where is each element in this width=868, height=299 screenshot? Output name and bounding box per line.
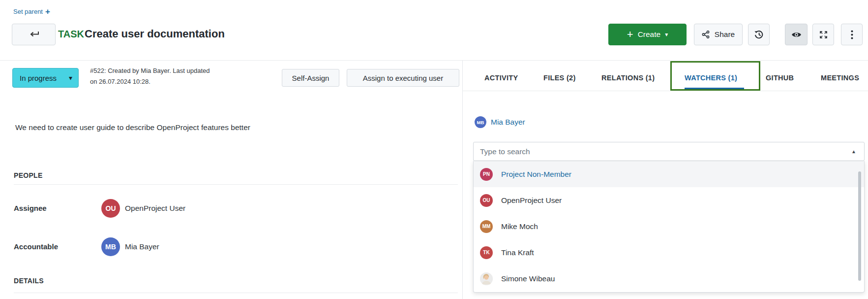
expand-icon	[819, 31, 828, 39]
people-section-divider	[14, 184, 458, 185]
fullscreen-button[interactable]	[812, 24, 834, 45]
dropdown-scrollbar[interactable]	[858, 171, 861, 281]
avatar: MB	[101, 237, 120, 256]
self-assign-label: Self-Assign	[292, 74, 329, 82]
chevron-up-icon[interactable]: ▲	[851, 149, 856, 154]
assignee-value[interactable]: OU OpenProject User	[101, 199, 185, 218]
suggestion-name: Simone Wibeau	[501, 274, 555, 283]
watcher-search-input[interactable]	[474, 142, 864, 161]
meta-line-1: #522: Created by Mia Bayer. Last updated	[90, 66, 210, 76]
details-section-divider	[14, 293, 458, 293]
watcher-list-item[interactable]: MB Mia Bayer	[475, 116, 525, 128]
work-package-type: TASK	[58, 29, 84, 40]
watch-button[interactable]	[785, 24, 808, 45]
work-package-page: Set parent + TASK Create user documentat…	[0, 0, 868, 299]
watcher-suggestion[interactable]: OU OpenProject User	[474, 187, 864, 213]
assignee-name: OpenProject User	[125, 204, 185, 213]
header-divider	[0, 60, 868, 61]
watcher-suggestion[interactable]: Simone Wibeau	[474, 266, 864, 292]
eye-icon	[791, 31, 802, 38]
share-button[interactable]: Share	[694, 24, 743, 45]
tab-meetings[interactable]: MEETINGS	[821, 74, 859, 82]
accountable-label: Accountable	[14, 242, 58, 251]
suggestion-name: Mike Moch	[501, 222, 538, 231]
create-button[interactable]: + Create ▾	[608, 24, 687, 45]
tab-activity[interactable]: ACTIVITY	[484, 74, 518, 82]
chevron-down-icon: ▾	[665, 32, 668, 37]
status-label: In progress	[20, 74, 57, 82]
self-assign-button[interactable]: Self-Assign	[282, 69, 339, 87]
status-dropdown[interactable]: In progress ▾	[12, 68, 79, 88]
assignee-label: Assignee	[14, 204, 47, 212]
tabs-divider	[462, 91, 868, 91]
watcher-search-box: ▲	[473, 142, 865, 161]
assign-to-executing-user-button[interactable]: Assign to executing user	[347, 69, 459, 87]
people-section-heading: PEOPLE	[14, 171, 43, 179]
chevron-down-icon: ▾	[69, 74, 72, 81]
meta-line-2: on 26.07.2024 10:28.	[90, 76, 210, 87]
accountable-name: Mia Bayer	[125, 242, 159, 251]
back-button[interactable]	[12, 24, 56, 45]
work-package-meta: #522: Created by Mia Bayer. Last updated…	[90, 66, 210, 87]
avatar: TK	[480, 246, 493, 259]
more-actions-button[interactable]	[841, 24, 863, 45]
avatar: OU	[480, 194, 493, 207]
set-parent-label: Set parent	[13, 8, 43, 15]
details-section-heading: DETAILS	[14, 277, 44, 285]
suggestion-name: OpenProject User	[501, 196, 562, 205]
plus-icon: +	[45, 8, 50, 15]
description-text[interactable]: We need to create user guide to describe…	[15, 123, 250, 132]
panel-divider	[462, 61, 463, 299]
page-title[interactable]: Create user documentation	[85, 28, 225, 40]
avatar: MM	[480, 220, 493, 233]
suggestion-name: Project Non-Member	[501, 170, 571, 179]
watcher-suggestion[interactable]: PN Project Non-Member	[474, 161, 864, 187]
watcher-suggestions-dropdown: PN Project Non-Member OU OpenProject Use…	[473, 161, 865, 293]
assign-to-executing-user-label: Assign to executing user	[363, 74, 443, 82]
set-parent-link[interactable]: Set parent +	[13, 8, 50, 15]
share-icon	[702, 31, 710, 38]
avatar: PN	[480, 168, 493, 181]
create-button-label: Create	[638, 30, 661, 39]
plus-icon: +	[627, 30, 633, 39]
tab-files[interactable]: FILES (2)	[543, 74, 576, 82]
tab-relations[interactable]: RELATIONS (1)	[601, 74, 655, 82]
watcher-name-link[interactable]: Mia Bayer	[491, 118, 525, 127]
watcher-suggestion[interactable]: TK Tina Kraft	[474, 239, 864, 266]
activity-history-button[interactable]	[748, 24, 770, 45]
user-photo-avatar	[480, 272, 493, 285]
history-icon	[754, 30, 764, 39]
kebab-menu-icon	[851, 30, 853, 39]
avatar: OU	[101, 199, 120, 218]
back-arrow-icon	[29, 31, 39, 38]
tab-github[interactable]: GITHUB	[766, 74, 794, 82]
avatar: MB	[475, 116, 486, 128]
accountable-value[interactable]: MB Mia Bayer	[101, 237, 159, 256]
watchers-tab-highlight-box	[670, 61, 760, 91]
share-button-label: Share	[715, 30, 735, 39]
watcher-suggestion[interactable]: MM Mike Moch	[474, 213, 864, 239]
suggestion-name: Tina Kraft	[501, 248, 534, 257]
